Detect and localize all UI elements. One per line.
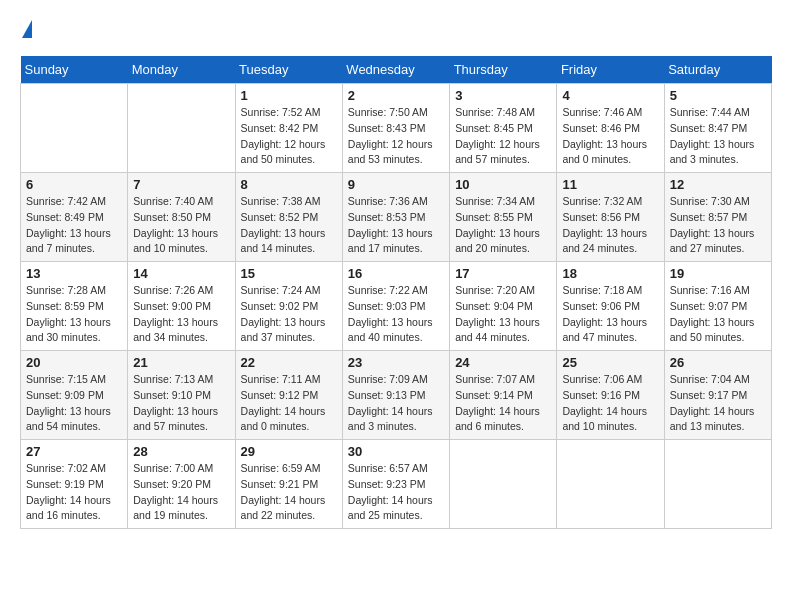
weekday-header: Friday bbox=[557, 56, 664, 84]
day-detail: Sunrise: 7:50 AM Sunset: 8:43 PM Dayligh… bbox=[348, 105, 444, 168]
day-number: 22 bbox=[241, 355, 337, 370]
logo bbox=[20, 20, 32, 40]
day-number: 28 bbox=[133, 444, 229, 459]
day-number: 10 bbox=[455, 177, 551, 192]
day-number: 16 bbox=[348, 266, 444, 281]
weekday-header: Wednesday bbox=[342, 56, 449, 84]
day-number: 4 bbox=[562, 88, 658, 103]
calendar-cell: 17Sunrise: 7:20 AM Sunset: 9:04 PM Dayli… bbox=[450, 262, 557, 351]
calendar-week-row: 1Sunrise: 7:52 AM Sunset: 8:42 PM Daylig… bbox=[21, 84, 772, 173]
day-detail: Sunrise: 7:13 AM Sunset: 9:10 PM Dayligh… bbox=[133, 372, 229, 435]
calendar-cell: 16Sunrise: 7:22 AM Sunset: 9:03 PM Dayli… bbox=[342, 262, 449, 351]
calendar-week-row: 20Sunrise: 7:15 AM Sunset: 9:09 PM Dayli… bbox=[21, 351, 772, 440]
day-detail: Sunrise: 7:28 AM Sunset: 8:59 PM Dayligh… bbox=[26, 283, 122, 346]
calendar-cell: 15Sunrise: 7:24 AM Sunset: 9:02 PM Dayli… bbox=[235, 262, 342, 351]
calendar-cell: 24Sunrise: 7:07 AM Sunset: 9:14 PM Dayli… bbox=[450, 351, 557, 440]
calendar-cell: 20Sunrise: 7:15 AM Sunset: 9:09 PM Dayli… bbox=[21, 351, 128, 440]
day-detail: Sunrise: 7:30 AM Sunset: 8:57 PM Dayligh… bbox=[670, 194, 766, 257]
day-number: 2 bbox=[348, 88, 444, 103]
calendar-cell: 28Sunrise: 7:00 AM Sunset: 9:20 PM Dayli… bbox=[128, 440, 235, 529]
calendar-cell: 9Sunrise: 7:36 AM Sunset: 8:53 PM Daylig… bbox=[342, 173, 449, 262]
day-detail: Sunrise: 7:26 AM Sunset: 9:00 PM Dayligh… bbox=[133, 283, 229, 346]
day-detail: Sunrise: 7:22 AM Sunset: 9:03 PM Dayligh… bbox=[348, 283, 444, 346]
calendar-cell: 5Sunrise: 7:44 AM Sunset: 8:47 PM Daylig… bbox=[664, 84, 771, 173]
calendar-cell: 3Sunrise: 7:48 AM Sunset: 8:45 PM Daylig… bbox=[450, 84, 557, 173]
day-number: 29 bbox=[241, 444, 337, 459]
calendar-cell: 26Sunrise: 7:04 AM Sunset: 9:17 PM Dayli… bbox=[664, 351, 771, 440]
calendar-cell: 30Sunrise: 6:57 AM Sunset: 9:23 PM Dayli… bbox=[342, 440, 449, 529]
weekday-header: Thursday bbox=[450, 56, 557, 84]
calendar-header-row: SundayMondayTuesdayWednesdayThursdayFrid… bbox=[21, 56, 772, 84]
day-number: 25 bbox=[562, 355, 658, 370]
day-number: 14 bbox=[133, 266, 229, 281]
day-number: 17 bbox=[455, 266, 551, 281]
calendar-week-row: 13Sunrise: 7:28 AM Sunset: 8:59 PM Dayli… bbox=[21, 262, 772, 351]
calendar-cell: 4Sunrise: 7:46 AM Sunset: 8:46 PM Daylig… bbox=[557, 84, 664, 173]
day-number: 11 bbox=[562, 177, 658, 192]
page-header bbox=[20, 20, 772, 40]
calendar-cell: 25Sunrise: 7:06 AM Sunset: 9:16 PM Dayli… bbox=[557, 351, 664, 440]
day-detail: Sunrise: 7:46 AM Sunset: 8:46 PM Dayligh… bbox=[562, 105, 658, 168]
day-detail: Sunrise: 7:00 AM Sunset: 9:20 PM Dayligh… bbox=[133, 461, 229, 524]
calendar-cell: 22Sunrise: 7:11 AM Sunset: 9:12 PM Dayli… bbox=[235, 351, 342, 440]
day-detail: Sunrise: 7:48 AM Sunset: 8:45 PM Dayligh… bbox=[455, 105, 551, 168]
day-detail: Sunrise: 7:16 AM Sunset: 9:07 PM Dayligh… bbox=[670, 283, 766, 346]
day-detail: Sunrise: 7:44 AM Sunset: 8:47 PM Dayligh… bbox=[670, 105, 766, 168]
calendar-cell: 8Sunrise: 7:38 AM Sunset: 8:52 PM Daylig… bbox=[235, 173, 342, 262]
day-detail: Sunrise: 7:15 AM Sunset: 9:09 PM Dayligh… bbox=[26, 372, 122, 435]
day-number: 13 bbox=[26, 266, 122, 281]
day-detail: Sunrise: 7:34 AM Sunset: 8:55 PM Dayligh… bbox=[455, 194, 551, 257]
calendar-cell: 1Sunrise: 7:52 AM Sunset: 8:42 PM Daylig… bbox=[235, 84, 342, 173]
calendar-cell: 29Sunrise: 6:59 AM Sunset: 9:21 PM Dayli… bbox=[235, 440, 342, 529]
day-detail: Sunrise: 7:04 AM Sunset: 9:17 PM Dayligh… bbox=[670, 372, 766, 435]
calendar-cell: 21Sunrise: 7:13 AM Sunset: 9:10 PM Dayli… bbox=[128, 351, 235, 440]
calendar-cell: 2Sunrise: 7:50 AM Sunset: 8:43 PM Daylig… bbox=[342, 84, 449, 173]
calendar-cell: 14Sunrise: 7:26 AM Sunset: 9:00 PM Dayli… bbox=[128, 262, 235, 351]
day-detail: Sunrise: 7:38 AM Sunset: 8:52 PM Dayligh… bbox=[241, 194, 337, 257]
calendar-cell: 23Sunrise: 7:09 AM Sunset: 9:13 PM Dayli… bbox=[342, 351, 449, 440]
calendar-week-row: 6Sunrise: 7:42 AM Sunset: 8:49 PM Daylig… bbox=[21, 173, 772, 262]
day-detail: Sunrise: 6:57 AM Sunset: 9:23 PM Dayligh… bbox=[348, 461, 444, 524]
logo-triangle-icon bbox=[22, 20, 32, 38]
day-number: 23 bbox=[348, 355, 444, 370]
calendar-cell: 13Sunrise: 7:28 AM Sunset: 8:59 PM Dayli… bbox=[21, 262, 128, 351]
day-detail: Sunrise: 7:42 AM Sunset: 8:49 PM Dayligh… bbox=[26, 194, 122, 257]
day-number: 24 bbox=[455, 355, 551, 370]
calendar-cell: 27Sunrise: 7:02 AM Sunset: 9:19 PM Dayli… bbox=[21, 440, 128, 529]
weekday-header: Saturday bbox=[664, 56, 771, 84]
day-number: 7 bbox=[133, 177, 229, 192]
day-number: 15 bbox=[241, 266, 337, 281]
day-number: 21 bbox=[133, 355, 229, 370]
calendar-cell: 6Sunrise: 7:42 AM Sunset: 8:49 PM Daylig… bbox=[21, 173, 128, 262]
weekday-header: Sunday bbox=[21, 56, 128, 84]
day-detail: Sunrise: 7:36 AM Sunset: 8:53 PM Dayligh… bbox=[348, 194, 444, 257]
day-number: 9 bbox=[348, 177, 444, 192]
day-detail: Sunrise: 7:40 AM Sunset: 8:50 PM Dayligh… bbox=[133, 194, 229, 257]
calendar-cell: 7Sunrise: 7:40 AM Sunset: 8:50 PM Daylig… bbox=[128, 173, 235, 262]
day-number: 30 bbox=[348, 444, 444, 459]
day-number: 1 bbox=[241, 88, 337, 103]
calendar-cell bbox=[557, 440, 664, 529]
day-detail: Sunrise: 7:24 AM Sunset: 9:02 PM Dayligh… bbox=[241, 283, 337, 346]
calendar-cell bbox=[664, 440, 771, 529]
day-number: 18 bbox=[562, 266, 658, 281]
day-number: 5 bbox=[670, 88, 766, 103]
day-number: 3 bbox=[455, 88, 551, 103]
day-detail: Sunrise: 7:02 AM Sunset: 9:19 PM Dayligh… bbox=[26, 461, 122, 524]
day-detail: Sunrise: 6:59 AM Sunset: 9:21 PM Dayligh… bbox=[241, 461, 337, 524]
calendar-table: SundayMondayTuesdayWednesdayThursdayFrid… bbox=[20, 56, 772, 529]
day-number: 20 bbox=[26, 355, 122, 370]
day-number: 8 bbox=[241, 177, 337, 192]
day-number: 12 bbox=[670, 177, 766, 192]
day-detail: Sunrise: 7:20 AM Sunset: 9:04 PM Dayligh… bbox=[455, 283, 551, 346]
day-detail: Sunrise: 7:07 AM Sunset: 9:14 PM Dayligh… bbox=[455, 372, 551, 435]
calendar-cell bbox=[21, 84, 128, 173]
calendar-cell: 19Sunrise: 7:16 AM Sunset: 9:07 PM Dayli… bbox=[664, 262, 771, 351]
day-number: 26 bbox=[670, 355, 766, 370]
day-detail: Sunrise: 7:18 AM Sunset: 9:06 PM Dayligh… bbox=[562, 283, 658, 346]
day-detail: Sunrise: 7:52 AM Sunset: 8:42 PM Dayligh… bbox=[241, 105, 337, 168]
day-detail: Sunrise: 7:32 AM Sunset: 8:56 PM Dayligh… bbox=[562, 194, 658, 257]
calendar-cell: 11Sunrise: 7:32 AM Sunset: 8:56 PM Dayli… bbox=[557, 173, 664, 262]
calendar-cell bbox=[450, 440, 557, 529]
calendar-cell: 10Sunrise: 7:34 AM Sunset: 8:55 PM Dayli… bbox=[450, 173, 557, 262]
